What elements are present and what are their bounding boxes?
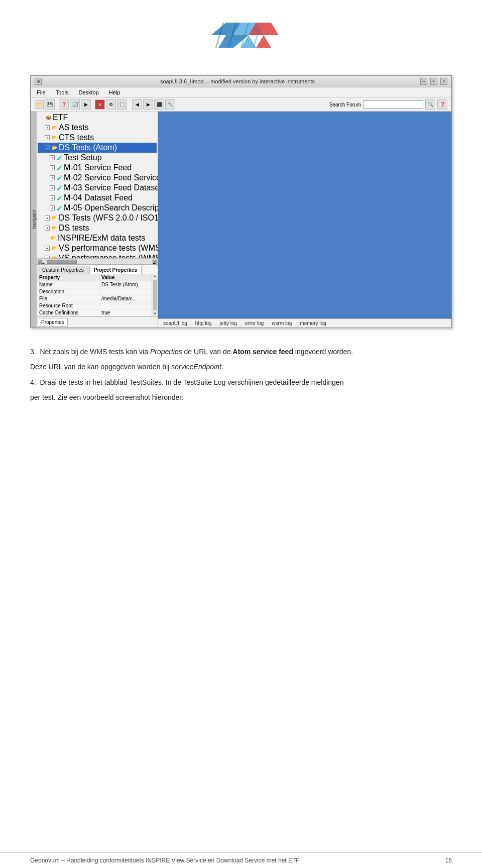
toolbar-btn-8[interactable]: 📋 xyxy=(117,99,127,110)
expand-as-tests[interactable]: + xyxy=(45,125,50,130)
prop-value-name[interactable]: DS Tests (Atom) xyxy=(99,281,158,288)
log-tab-wsrm[interactable]: wsrm log xyxy=(269,320,295,327)
table-row: File /media/Data/c... xyxy=(37,295,158,302)
tree-item-m05[interactable]: + 🧪 M-05 OpenSearch Description xyxy=(38,203,157,213)
minimize-button[interactable]: – xyxy=(420,78,427,85)
left-panel: 📦 ETF + 📂 AS tests + 📂 CTS tests xyxy=(37,112,158,328)
props-scrollbar[interactable]: ▲ ▼ xyxy=(152,274,158,316)
scroll-right-btn[interactable]: ▶ xyxy=(153,260,157,264)
log-tab-soapui[interactable]: soapUI log xyxy=(160,320,190,327)
table-row: Name DS Tests (Atom) xyxy=(37,281,158,288)
tree-item-m04[interactable]: + 🧪 M-04 Dataset Feed xyxy=(38,193,157,203)
navigator-sidebar[interactable]: Navigator xyxy=(31,112,37,328)
tree-item-cts-tests[interactable]: + 📂 CTS tests xyxy=(38,133,157,143)
properties-table: Property Value Name DS Tests (Atom) xyxy=(37,274,158,316)
toolbar-btn-9[interactable]: ◀ xyxy=(132,99,142,110)
test-icon-m05: 🧪 xyxy=(56,204,63,211)
scroll-thumb[interactable] xyxy=(153,280,157,310)
tree-item-inspire[interactable]: 📂 INSPIRE/ExM data tests xyxy=(38,233,157,243)
scroll-up-btn[interactable]: ▲ xyxy=(153,274,157,279)
test-icon-m01: 🧪 xyxy=(56,164,63,171)
toolbar-btn-7[interactable]: ⚙ xyxy=(106,99,116,110)
tree-item-as-tests[interactable]: + 📂 AS tests xyxy=(38,123,157,133)
log-tab-http[interactable]: http log xyxy=(192,320,215,327)
tree-label-m01: M-01 Service Feed xyxy=(64,163,132,172)
scroll-left-btn[interactable]: ◀ xyxy=(38,260,42,264)
prop-value-resource[interactable] xyxy=(99,302,158,309)
company-logo xyxy=(196,15,286,55)
folder-icon-inspire: 📂 xyxy=(50,235,57,242)
tree-label-ds-tests: DS tests xyxy=(59,224,89,233)
toolbar-btn-11[interactable]: ⬛ xyxy=(154,99,164,110)
search-button[interactable]: 🔍 xyxy=(425,99,435,110)
tree-item-m03[interactable]: + 🧪 M-03 Service Feed Dataset Meta xyxy=(38,183,157,193)
toolbar-btn-6[interactable]: ✕ xyxy=(95,99,105,110)
prop-value-description[interactable] xyxy=(99,288,158,295)
toolbar-btn-4[interactable]: 🔄 xyxy=(70,99,80,110)
main-blue-area xyxy=(158,112,451,318)
properties-panel: Custom Properties Project Properties Pro… xyxy=(37,264,158,328)
menu-help[interactable]: Help xyxy=(107,88,123,96)
expand-m01[interactable]: + xyxy=(50,165,55,170)
project-properties-tab[interactable]: Project Properties xyxy=(89,266,142,274)
expand-m04[interactable]: + xyxy=(50,195,55,200)
folder-icon-as: 📂 xyxy=(51,124,58,131)
folder-icon-ds-atom: 📂 xyxy=(51,144,58,151)
expand-ds-wfs[interactable]: + xyxy=(45,215,50,221)
tree-label-inspire: INSPIRE/ExM data tests xyxy=(58,234,145,243)
search-input[interactable] xyxy=(363,100,423,108)
tree-label-ds-tests-atom: DS Tests (Atom) xyxy=(59,143,117,152)
toolbar-btn-2[interactable]: 💾 xyxy=(45,99,55,110)
footer-right: 16 xyxy=(445,857,452,864)
toolbar-btn-12[interactable]: 🔧 xyxy=(165,99,175,110)
menu-file[interactable]: File xyxy=(35,88,48,96)
tree-item-ds-tests[interactable]: + 📂 DS tests xyxy=(38,223,157,233)
p3-middle: de URL van de xyxy=(182,348,233,356)
etf-icon: 📦 xyxy=(45,114,52,121)
menu-tools[interactable]: Tools xyxy=(54,88,71,96)
prop-value-file[interactable]: /media/Data/c... xyxy=(99,295,158,302)
maximize-button[interactable]: + xyxy=(430,78,437,85)
tree-label-vs-wms130: VS performance tests (WMS130) xyxy=(59,254,158,258)
log-tab-jetty[interactable]: jetty log xyxy=(217,320,240,327)
expand-vs-wms111[interactable]: + xyxy=(45,246,50,251)
tree-item-m01[interactable]: + 🧪 M-01 Service Feed xyxy=(38,163,157,173)
help-button[interactable]: ❓ xyxy=(437,99,447,110)
expand-ds-tests[interactable]: + xyxy=(45,226,50,231)
p3b-italic: serviceEndpoint xyxy=(171,363,221,371)
tree-item-vs-wms111[interactable]: + 📂 VS performance tests (WMS111) xyxy=(38,243,157,253)
expand-cts-tests[interactable]: + xyxy=(45,135,50,140)
expand-m02[interactable]: + xyxy=(50,175,55,180)
tree-item-ds-tests-atom[interactable]: – 📂 DS Tests (Atom) xyxy=(38,143,157,153)
table-row: Resource Root xyxy=(37,302,158,309)
expand-test-setup[interactable]: + xyxy=(50,155,55,160)
custom-properties-tab[interactable]: Custom Properties xyxy=(38,266,88,274)
tree-item-m02[interactable]: + 🧪 M-02 Service Feed Service Meta xyxy=(38,173,157,183)
p3b-prefix: Deze URL van de kan opgegeven worden bij xyxy=(30,363,171,371)
footer-left: Geonovum – Handleiding conformiteittoets… xyxy=(30,857,300,864)
expand-m05[interactable]: + xyxy=(50,205,55,210)
expand-m03[interactable]: + xyxy=(50,185,55,190)
tree-item-vs-wms130[interactable]: + 📂 VS performance tests (WMS130) xyxy=(38,253,157,258)
log-tab-error[interactable]: error log xyxy=(242,320,267,327)
toolbar-btn-5[interactable]: ▶ xyxy=(81,99,91,110)
toolbar-btn-1[interactable]: 📁 xyxy=(35,100,44,109)
scrollbar-thumb[interactable] xyxy=(47,260,77,264)
tree-item-ds-wfs[interactable]: + 📂 DS Tests (WFS 2.0.0 / ISO19142) xyxy=(38,213,157,223)
prop-value-cache[interactable]: true xyxy=(99,309,158,316)
log-tab-memory[interactable]: memory log xyxy=(297,320,329,327)
menu-desktop[interactable]: Desktop xyxy=(76,88,100,96)
search-label: Search Forum xyxy=(329,102,361,107)
page-content: ⚙ soapUI 3.6_IImod -- modified version b… xyxy=(0,75,482,412)
p3-bold: Atom service feed xyxy=(232,348,293,356)
tree-scrollbar[interactable]: ◀ ▶ xyxy=(37,258,158,264)
close-button[interactable]: × xyxy=(440,78,447,85)
p3-prefix: 3. Net zoals bij de WMS tests kan via xyxy=(30,348,150,356)
expand-ds-atom[interactable]: – xyxy=(45,145,50,150)
toolbar-btn-10[interactable]: ▶ xyxy=(143,99,153,110)
tree-item-test-setup[interactable]: + 🧪 Test Setup xyxy=(38,153,157,163)
properties-bottom-tab[interactable]: Properties xyxy=(38,318,68,327)
toolbar-btn-3[interactable]: ❓ xyxy=(59,99,69,110)
scroll-down-btn[interactable]: ▼ xyxy=(153,311,157,316)
tree-item-etf[interactable]: 📦 ETF xyxy=(38,113,157,123)
